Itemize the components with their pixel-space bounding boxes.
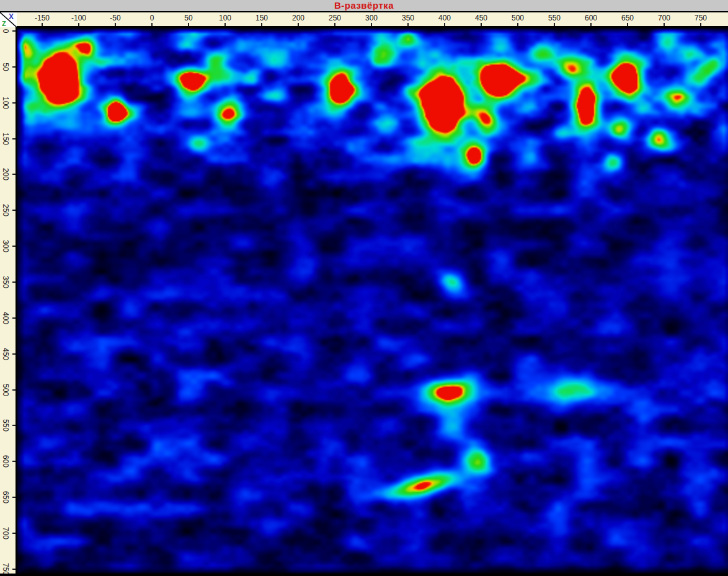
bottom-edge xyxy=(0,574,728,576)
z-tick-label: 650 xyxy=(0,486,11,508)
z-tick-label: 400 xyxy=(0,307,11,329)
x-tick xyxy=(481,23,482,26)
x-tick-label: -100 xyxy=(65,14,92,22)
x-tick-label: 600 xyxy=(577,14,605,22)
x-tick xyxy=(298,23,299,26)
z-ruler: 0501001502002503003504004505005506006507… xyxy=(0,27,17,574)
x-tick xyxy=(700,23,701,26)
title-bar: В-развёртка xyxy=(0,0,728,12)
z-tick-label: 700 xyxy=(0,522,11,544)
x-tick xyxy=(224,23,226,26)
z-tick-label: 200 xyxy=(0,163,11,185)
x-tick xyxy=(42,23,43,26)
z-tick-label: 50 xyxy=(0,56,11,78)
z-tick xyxy=(12,389,16,391)
z-tick xyxy=(12,353,16,355)
z-tick xyxy=(12,461,16,462)
z-tick-label: 350 xyxy=(0,271,11,293)
x-tick xyxy=(444,23,445,26)
z-tick-label: 600 xyxy=(0,450,11,472)
x-tick-label: 200 xyxy=(285,14,312,22)
z-tick-label: 150 xyxy=(0,128,11,150)
x-tick xyxy=(664,23,665,26)
bscan-canvas[interactable] xyxy=(17,27,728,576)
x-tick-label: 450 xyxy=(468,14,495,22)
x-tick xyxy=(554,23,555,26)
x-tick xyxy=(334,23,335,26)
x-tick-label: 350 xyxy=(394,14,422,22)
x-tick xyxy=(627,23,628,26)
z-tick-label: 100 xyxy=(0,92,11,114)
x-tick xyxy=(151,23,153,26)
x-tick xyxy=(115,23,116,26)
z-tick-label: 300 xyxy=(0,235,11,257)
z-tick xyxy=(12,30,16,32)
x-tick xyxy=(78,23,79,26)
z-tick xyxy=(12,174,16,175)
z-tick-label: 250 xyxy=(0,199,11,221)
x-tick-label: 250 xyxy=(321,14,348,22)
z-tick-label: 500 xyxy=(0,379,11,401)
z-tick xyxy=(12,138,16,140)
z-tick xyxy=(12,210,16,211)
x-tick xyxy=(188,23,189,26)
z-tick-label: 0 xyxy=(0,20,11,42)
x-tick-label: 0 xyxy=(138,14,166,22)
x-tick-label: 700 xyxy=(650,14,678,22)
x-tick-label: -50 xyxy=(102,14,129,22)
x-tick xyxy=(261,23,262,26)
x-tick-label: 750 xyxy=(687,14,714,22)
x-tick-label: 650 xyxy=(614,14,641,22)
z-tick xyxy=(12,497,16,498)
z-tick-label: 450 xyxy=(0,343,11,365)
x-tick xyxy=(517,23,518,26)
z-tick xyxy=(12,281,16,283)
x-tick-label: 500 xyxy=(504,14,531,22)
bscan-window: В-развёртка X Z -150-100-500501001502002… xyxy=(0,0,728,576)
z-tick xyxy=(12,246,16,247)
z-tick xyxy=(12,66,16,68)
z-tick xyxy=(12,425,16,426)
z-tick-label: 550 xyxy=(0,414,11,436)
z-tick xyxy=(12,102,16,104)
x-tick-label: 50 xyxy=(175,14,202,22)
x-tick-label: 100 xyxy=(211,14,239,22)
x-ruler: -150-100-5005010015020025030035040045050… xyxy=(17,12,728,27)
x-tick-label: 150 xyxy=(248,14,275,22)
z-tick xyxy=(12,533,16,534)
z-tick xyxy=(12,569,16,570)
x-tick-label: -150 xyxy=(29,14,56,22)
x-tick xyxy=(371,23,372,26)
x-tick xyxy=(407,23,409,26)
x-tick-label: 300 xyxy=(358,14,385,22)
x-tick-label: 400 xyxy=(431,14,458,22)
z-tick xyxy=(12,317,16,319)
x-tick xyxy=(590,23,592,26)
x-tick-label: 550 xyxy=(541,14,568,22)
plot-title: В-развёртка xyxy=(334,0,394,11)
